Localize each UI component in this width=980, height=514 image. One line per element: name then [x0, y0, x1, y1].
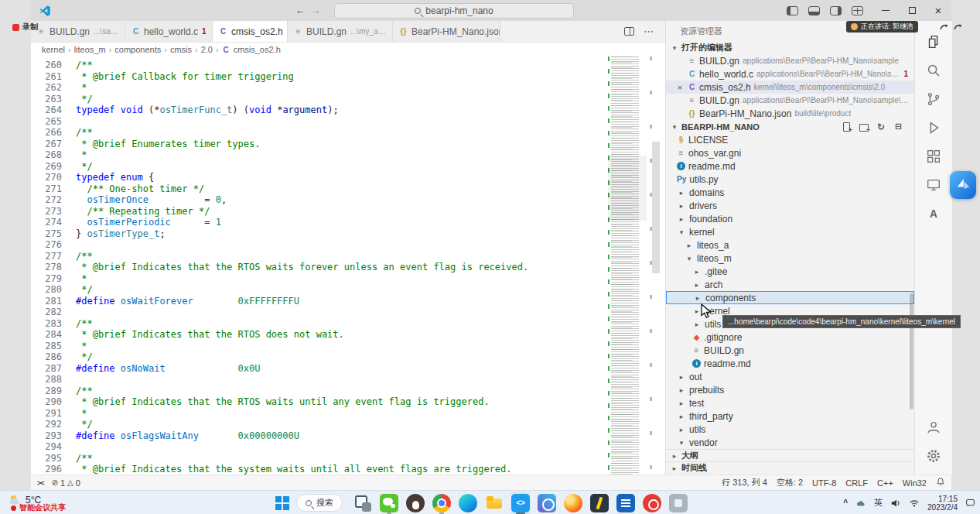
breadcrumb-item[interactable]: components: [114, 45, 161, 54]
tree-folder[interactable]: ▸liteos_a: [666, 238, 914, 252]
account-icon[interactable]: [915, 413, 952, 441]
source-control-icon[interactable]: [915, 84, 952, 113]
settings-gear-icon[interactable]: [915, 441, 952, 470]
language-mode[interactable]: C++: [877, 478, 893, 488]
outline-header[interactable]: ▸ 大纲: [666, 449, 914, 461]
tree-folder[interactable]: ▾vendor: [666, 436, 914, 449]
editor-tab[interactable]: {}BearPi-HM_Nano.json: [393, 21, 500, 42]
tree-folder[interactable]: ▾kernel: [666, 225, 914, 238]
taskbar-vscode-icon[interactable]: [511, 494, 530, 512]
close-editor-icon[interactable]: ×: [675, 83, 685, 92]
taskbar-explorer-icon[interactable]: [485, 494, 504, 512]
tree-folder[interactable]: ▸test: [666, 396, 914, 409]
more-actions-icon[interactable]: ⋯: [644, 26, 654, 37]
code-lines[interactable]: /** * @brief Callback for timer triggeri…: [67, 57, 665, 475]
minimap[interactable]: [608, 57, 647, 475]
tree-file[interactable]: §LICENSE: [666, 133, 914, 146]
breadcrumb-item[interactable]: liteos_m: [74, 45, 106, 54]
tree-folder[interactable]: ▸out: [666, 370, 914, 383]
editor-tab[interactable]: Chello_world.c1: [125, 21, 213, 42]
open-editor-item[interactable]: Chello_world.capplications\BearPi\BearPi…: [666, 67, 914, 81]
tree-folder[interactable]: ▸arch: [666, 278, 914, 291]
open-editor-item[interactable]: ≡BUILD.gnapplications\BearPi\BearPi-HM_N…: [666, 54, 914, 67]
tree-file[interactable]: ireadme.md: [666, 357, 914, 370]
breadcrumb[interactable]: kernel›liteos_m›components›cmsis›2.0›Ccm…: [31, 43, 665, 57]
sidebar-scrollbar[interactable]: [910, 293, 913, 409]
tree-folder[interactable]: ▸foundation: [666, 212, 914, 225]
notification-center-icon[interactable]: [965, 498, 975, 508]
taskbar-photos-icon[interactable]: [538, 494, 556, 512]
nav-back-icon[interactable]: ←: [292, 5, 308, 16]
editor-tab[interactable]: ≡BUILD.gn...\my_app: [288, 21, 393, 42]
toggle-sidebar-icon[interactable]: [787, 6, 798, 15]
eol-type[interactable]: CRLF: [845, 478, 868, 488]
taskbar-devtool-icon[interactable]: [590, 494, 609, 512]
problems-status[interactable]: ⊘ 1 △ 0: [52, 478, 80, 488]
taskbar-qq-icon[interactable]: [406, 494, 425, 512]
project-header[interactable]: ▾ BEARPI-HM_NANO: [666, 120, 914, 133]
taskbar-music-icon[interactable]: [643, 494, 661, 512]
taskbar-appgray-icon[interactable]: [669, 494, 688, 512]
open-editors-header[interactable]: ▾ 打开的编辑器: [666, 41, 914, 54]
timeline-header[interactable]: ▸ 时间线: [666, 461, 914, 474]
explorer-icon[interactable]: [915, 27, 952, 56]
tree-folder[interactable]: ▸domains: [666, 186, 914, 199]
toolbar-fold-arrows[interactable]: [939, 22, 963, 31]
extensions-icon[interactable]: [915, 142, 952, 170]
extension-a-icon[interactable]: A: [915, 199, 952, 228]
indentation[interactable]: 空格: 2: [777, 477, 803, 488]
close-button[interactable]: ×: [925, 0, 951, 21]
clock[interactable]: 17:15 2023/2/4: [927, 495, 958, 512]
editor-scrollbar[interactable]: [650, 57, 661, 475]
minimap-slider[interactable]: [608, 156, 647, 221]
tree-file[interactable]: ≡ohos_var.gni: [666, 146, 914, 159]
editor-tab[interactable]: ≡BUILD.gn...\sample: [31, 21, 125, 42]
tree-file[interactable]: Pyutils.py: [666, 173, 914, 186]
open-editor-item[interactable]: ×Ccmsis_os2.hkernel\liteos_m\components\…: [666, 81, 914, 94]
tree-file[interactable]: ◆.gitignore: [666, 331, 914, 344]
hidden-icons-chevron-icon[interactable]: ^: [843, 499, 848, 507]
breadcrumb-item[interactable]: kernel: [42, 45, 65, 54]
scrollbar-thumb[interactable]: [652, 142, 660, 273]
split-editor-icon[interactable]: [624, 27, 634, 36]
notifications-bell-icon[interactable]: [936, 477, 945, 488]
open-editor-item[interactable]: {}BearPi-HM_Nano.jsonbuild\lite\product: [666, 107, 914, 120]
taskbar-wechat-icon[interactable]: [380, 494, 398, 512]
network-wifi-icon[interactable]: [909, 498, 920, 509]
run-debug-icon[interactable]: [915, 113, 952, 142]
tree-file[interactable]: ≡BUILD.gn: [666, 344, 914, 357]
volume-icon[interactable]: [890, 498, 901, 509]
tree-folder[interactable]: ▸utils: [666, 423, 914, 436]
maximize-button[interactable]: [899, 0, 925, 21]
tree-file[interactable]: ireadme.md: [666, 159, 914, 173]
remote-indicator-icon[interactable]: ><: [37, 479, 44, 487]
breadcrumb-item[interactable]: 2.0: [201, 45, 213, 54]
open-editor-item[interactable]: ≡BUILD.gnapplications\BearPi\BearPi-HM_N…: [666, 94, 914, 107]
taskbar-firefox-icon[interactable]: [564, 494, 582, 512]
editor-tab[interactable]: Ccmsis_os2.h×: [213, 21, 288, 42]
command-center-search[interactable]: bearpi-hm_nano: [334, 3, 574, 19]
taskbar-chrome-icon[interactable]: [432, 494, 451, 512]
toggle-secondary-sidebar-icon[interactable]: [830, 6, 842, 15]
remote-explorer-icon[interactable]: [915, 170, 952, 199]
minimize-button[interactable]: [872, 0, 899, 21]
onedrive-cloud-icon[interactable]: [855, 498, 866, 509]
breadcrumb-item[interactable]: cmsis_os2.h: [234, 45, 281, 54]
taskbar-edge-icon[interactable]: [459, 494, 477, 512]
encoding[interactable]: UTF-8: [812, 478, 836, 488]
start-button-icon[interactable]: [275, 496, 289, 510]
taskbar-taskview-icon[interactable]: [353, 494, 372, 512]
tree-folder[interactable]: ▸prebuilts: [666, 383, 914, 396]
platform[interactable]: Win32: [903, 478, 927, 488]
refresh-icon[interactable]: [876, 122, 887, 132]
tree-folder[interactable]: ▸.gitee: [666, 265, 914, 278]
taskbar-search[interactable]: 搜索: [296, 494, 343, 512]
new-file-icon[interactable]: [841, 122, 852, 132]
customize-layout-icon[interactable]: [852, 6, 863, 15]
collapse-all-icon[interactable]: [894, 122, 905, 132]
taskbar-docs-icon[interactable]: [616, 494, 635, 512]
breadcrumb-item[interactable]: cmsis: [170, 45, 192, 54]
toggle-panel-icon[interactable]: [808, 6, 820, 15]
tree-folder[interactable]: ▾liteos_m: [666, 252, 914, 265]
editor[interactable]: 2602612622632642652662672682692702712722…: [31, 57, 665, 475]
